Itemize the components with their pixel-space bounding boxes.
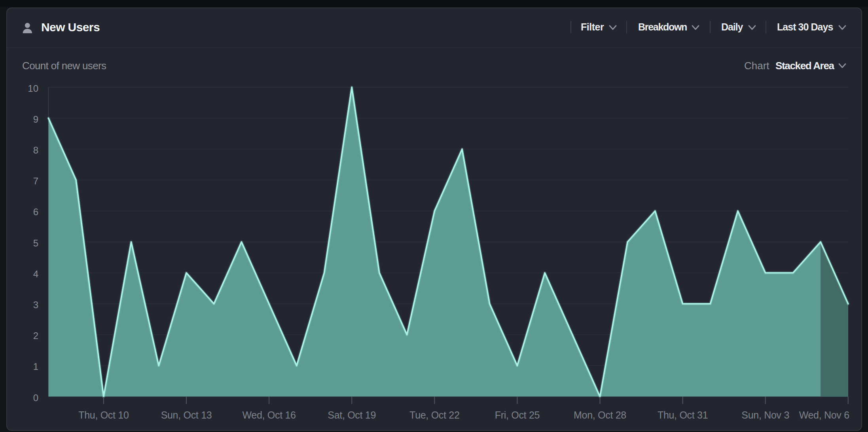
svg-text:Thu, Oct 10: Thu, Oct 10 — [78, 409, 129, 421]
svg-text:4: 4 — [33, 269, 38, 279]
svg-text:Wed, Nov 6: Wed, Nov 6 — [799, 409, 849, 421]
svg-text:Mon, Oct 28: Mon, Oct 28 — [574, 409, 626, 421]
svg-text:5: 5 — [33, 238, 38, 248]
svg-text:Thu, Oct 31: Thu, Oct 31 — [658, 409, 708, 421]
svg-text:Sun, Oct 13: Sun, Oct 13 — [161, 409, 212, 421]
svg-text:7: 7 — [33, 176, 38, 186]
svg-text:8: 8 — [33, 145, 38, 155]
svg-text:2: 2 — [33, 330, 38, 341]
svg-text:Wed, Oct 16: Wed, Oct 16 — [242, 409, 296, 421]
svg-text:3: 3 — [33, 299, 38, 310]
svg-text:9: 9 — [33, 114, 38, 125]
svg-text:1: 1 — [33, 361, 38, 372]
svg-text:Sun, Nov 3: Sun, Nov 3 — [741, 409, 789, 421]
svg-text:Fri, Oct 25: Fri, Oct 25 — [495, 409, 540, 421]
svg-text:Tue, Oct 22: Tue, Oct 22 — [409, 409, 459, 421]
svg-text:10: 10 — [28, 83, 38, 94]
svg-text:0: 0 — [33, 392, 38, 403]
svg-text:6: 6 — [33, 207, 38, 217]
svg-text:Sat, Oct 19: Sat, Oct 19 — [328, 409, 376, 421]
